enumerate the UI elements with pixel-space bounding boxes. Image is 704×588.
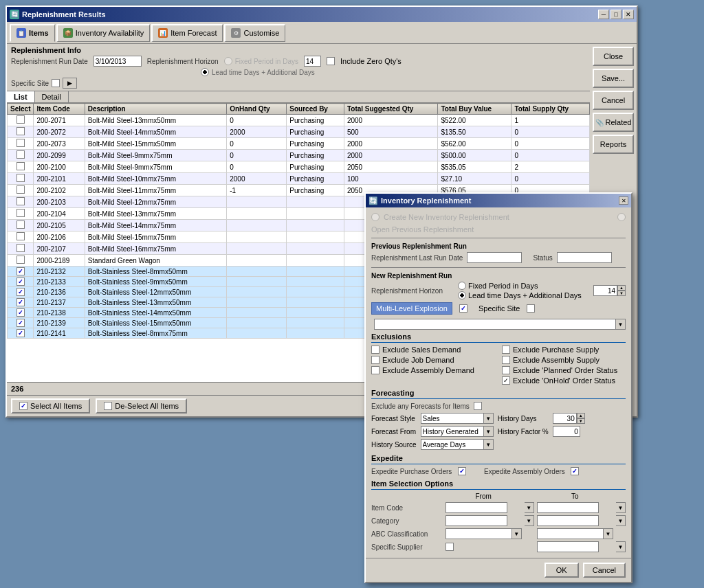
history-days-input[interactable]: [553, 413, 577, 424]
create-new-radio[interactable]: [371, 213, 380, 221]
history-days-up[interactable]: ▲: [577, 413, 585, 418]
modal-close-button[interactable]: ✕: [619, 196, 628, 205]
col-suggested: Total Suggested Qty: [344, 104, 438, 115]
modal-overlay: 🔄 Inventory Replenishment ✕ Create New I…: [7, 7, 637, 416]
col-buy-value: Total Buy Value: [438, 104, 512, 115]
specific-site-input[interactable]: [374, 319, 616, 330]
abc-to-dropdown[interactable]: ▼: [604, 528, 613, 539]
history-days-down[interactable]: ▼: [577, 418, 585, 424]
excl-planned-status: Exclude 'Planned' Order Status: [502, 366, 626, 374]
history-source-label: History Source: [371, 441, 417, 449]
modal-cancel-button[interactable]: Cancel: [583, 563, 626, 578]
item-selection-section-header: Item Selection Options: [371, 479, 626, 490]
excl-job-demand: Exclude Job Demand: [371, 356, 495, 364]
new-run-title: New Replenishment Run: [371, 272, 626, 280]
item-code-to-dropdown[interactable]: ▼: [616, 502, 626, 513]
excl-onhold-status-cb[interactable]: [502, 376, 510, 385]
item-code-label: Item Code: [371, 504, 443, 512]
forecast-from-label: Forecast From: [371, 428, 417, 436]
item-code-from-input[interactable]: [446, 502, 507, 513]
excl-assembly-demand-label: Exclude Assembly Demand: [382, 366, 474, 374]
status-label: Status: [533, 254, 552, 262]
category-to-dropdown[interactable]: ▼: [616, 515, 626, 526]
excl-purchase-supply-cb[interactable]: [502, 346, 510, 354]
exclusions-section-header: Exclusions: [371, 332, 626, 343]
excl-planned-status-label: Exclude 'Planned' Order Status: [513, 366, 617, 374]
modal-fixed-period-radio[interactable]: [458, 282, 466, 290]
exclusions-grid: Exclude Sales Demand Exclude Purchase Su…: [371, 346, 626, 385]
to-header: To: [537, 493, 613, 500]
forecast-style-label: Forecast Style: [371, 415, 417, 422]
category-from-input[interactable]: [446, 515, 507, 526]
exclude-forecasts-cb[interactable]: [474, 402, 482, 410]
excl-assembly-demand: Exclude Assembly Demand: [371, 366, 495, 374]
excl-job-demand-cb[interactable]: [371, 356, 380, 364]
excl-planned-status-cb[interactable]: [502, 366, 510, 374]
specific-site-dropdown[interactable]: ▼: [616, 319, 626, 330]
supplier-dropdown[interactable]: ▼: [616, 541, 626, 552]
abc-label: ABC Classification: [371, 530, 443, 538]
inventory-replenishment-dialog: 🔄 Inventory Replenishment ✕ Create New I…: [364, 192, 632, 583]
category-to-input[interactable]: [537, 515, 599, 526]
history-factor-label: History Factor %: [498, 428, 549, 436]
excl-assembly-supply-cb[interactable]: [502, 356, 510, 364]
excl-sales-demand-cb[interactable]: [371, 346, 380, 354]
modal-footer: OK Cancel: [366, 558, 631, 582]
excl-job-demand-label: Exclude Job Demand: [382, 356, 454, 364]
modal-title-bar: 🔄 Inventory Replenishment ✕: [366, 194, 631, 207]
abc-from-dropdown[interactable]: ▼: [512, 528, 522, 539]
expedite-assembly-label: Expedite Assembly Orders: [484, 468, 566, 475]
col-description: Description: [85, 104, 227, 115]
category-label: Category: [371, 517, 443, 525]
multi-level-button[interactable]: Multi-Level Explosion: [371, 302, 452, 315]
forecasting-title: Forecasting: [371, 389, 414, 397]
expedite-assembly-cb[interactable]: [571, 467, 579, 475]
abc-to-input[interactable]: [537, 528, 604, 539]
horizon-spin-input[interactable]: [593, 285, 617, 296]
item-selection-title: Item Selection Options: [371, 479, 453, 488]
forecast-style-dropdown[interactable]: ▼: [484, 413, 494, 424]
last-run-date-label: Replenishment Last Run Date: [371, 254, 463, 262]
modal-title-text: Inventory Replenishment: [381, 196, 471, 205]
horizon-spin-up[interactable]: ▲: [617, 285, 626, 291]
supplier-input[interactable]: [537, 541, 599, 552]
forecast-from-input[interactable]: [421, 426, 484, 437]
supplier-label: Specific Supplier: [371, 543, 443, 551]
history-source-input[interactable]: [421, 439, 484, 450]
col-sourced: Sourced By: [287, 104, 344, 115]
main-window: 🔄 Replenishment Results ─ □ ✕ 📋 Items 📦 …: [6, 5, 638, 418]
excl-sales-demand-label: Exclude Sales Demand: [382, 346, 461, 354]
modal-lead-time-label: Lead time Days + Additional Days: [468, 291, 582, 299]
expedite-title: Expedite: [371, 454, 403, 462]
supplier-checkbox[interactable]: [446, 543, 454, 551]
modal-lead-time-radio[interactable]: [458, 291, 466, 299]
history-factor-input[interactable]: [553, 426, 580, 437]
excl-onhold-status: Exclude 'OnHold' Order Status: [502, 376, 626, 385]
expedite-purchase-cb[interactable]: [458, 467, 466, 475]
specific-site-modal-checkbox[interactable]: [527, 304, 535, 313]
open-previous-radio[interactable]: [617, 213, 626, 221]
item-code-to-input[interactable]: [537, 502, 599, 513]
from-header: From: [446, 493, 522, 500]
category-from-dropdown[interactable]: ▼: [525, 515, 534, 526]
excl-purchase-supply-label: Exclude Purchase Supply: [513, 346, 599, 354]
last-run-date-input[interactable]: [467, 252, 522, 263]
ok-button[interactable]: OK: [544, 563, 579, 578]
multi-level-checkbox[interactable]: [459, 304, 468, 313]
forecast-style-input[interactable]: [421, 413, 484, 424]
item-code-from-dropdown[interactable]: ▼: [525, 502, 534, 513]
horizon-spin-down[interactable]: ▼: [617, 291, 626, 296]
history-source-dropdown[interactable]: ▼: [484, 439, 494, 450]
abc-from-input[interactable]: [446, 528, 512, 539]
col-supply-qty: Total Supply Qty: [512, 104, 590, 115]
expedite-section-header: Expedite: [371, 454, 626, 464]
status-input[interactable]: [557, 252, 612, 263]
open-previous-label: Open Previous Replenishment: [371, 225, 474, 234]
col-onhand: OnHand Qty: [227, 104, 287, 115]
multi-level-label: Multi-Level Explosion: [376, 304, 448, 313]
forecasting-section-header: Forecasting: [371, 389, 626, 399]
forecast-from-dropdown[interactable]: ▼: [484, 426, 494, 437]
excl-sales-demand: Exclude Sales Demand: [371, 346, 495, 354]
modal-horizon-label: Replenishment Horizon: [371, 287, 454, 295]
excl-assembly-demand-cb[interactable]: [371, 366, 380, 374]
